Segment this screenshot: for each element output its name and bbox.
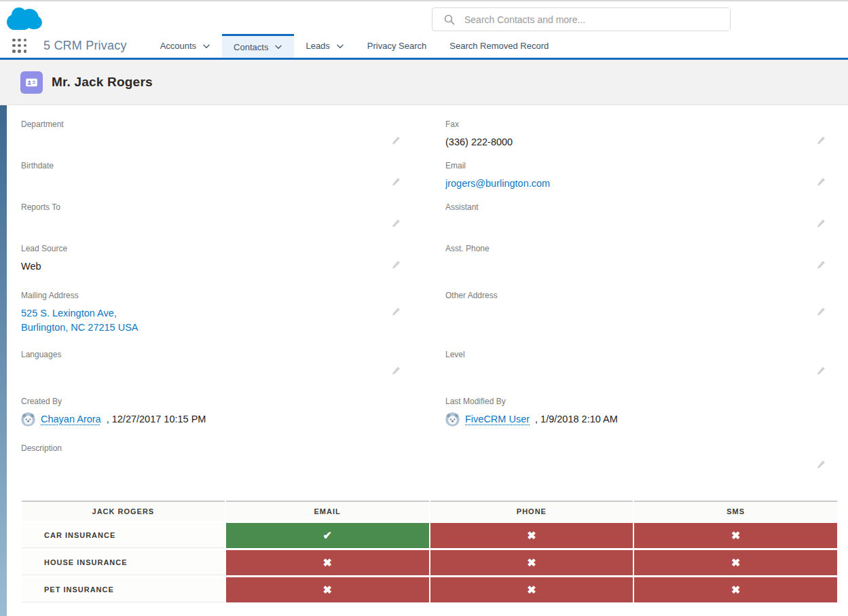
consent-table: JACK ROGERS EMAIL PHONE SMS CAR INSURANC… (22, 501, 837, 602)
consent-cell-pet-email[interactable]: ✖ (226, 577, 429, 602)
consent-cell-car-phone[interactable]: ✖ (430, 523, 633, 548)
edit-icon[interactable] (391, 177, 401, 187)
search-icon (444, 14, 455, 25)
field-description: Description (21, 443, 835, 501)
consent-header-sms: SMS (634, 501, 837, 521)
consent-cell-car-email[interactable]: ✔ (226, 523, 429, 548)
modified-datetime: , 1/9/2018 2:10 AM (535, 412, 618, 427)
edit-icon[interactable] (391, 366, 401, 376)
email-link[interactable]: jrogers@burlington.com (445, 178, 550, 189)
field-email: Email jrogers@burlington.com (445, 161, 835, 202)
global-search[interactable] (432, 7, 731, 31)
field-last-modified-by: Last Modified By FiveCRM User , 1/9/2018… (445, 397, 835, 443)
consent-cell-house-phone[interactable]: ✖ (430, 550, 633, 575)
tab-accounts[interactable]: Accounts (149, 34, 222, 58)
detail-column-right: Fax (336) 222-8000 Email jrogers@burling… (445, 105, 835, 443)
app-name[interactable]: 5 CRM Privacy (43, 39, 127, 53)
consent-row-label-pet-insurance: PET INSURANCE (22, 577, 225, 602)
field-created-by: Created By Chayan Arora , 12/27/2017 10:… (21, 397, 410, 443)
edit-icon[interactable] (391, 260, 401, 270)
edit-icon[interactable] (816, 307, 826, 316)
last-modified-user-link[interactable]: FiveCRM User (465, 412, 530, 427)
field-fax: Fax (336) 222-8000 (445, 120, 835, 161)
edit-icon[interactable] (816, 177, 826, 187)
field-other-address: Other Address (445, 291, 835, 350)
search-input[interactable] (455, 8, 730, 31)
consent-row-label-house-insurance: HOUSE INSURANCE (22, 550, 225, 575)
mailing-address-link[interactable]: Burlington, NC 27215 USA (21, 321, 410, 335)
field-reports-to: Reports To (21, 202, 410, 244)
chevron-down-icon[interactable] (336, 42, 344, 50)
chevron-down-icon[interactable] (202, 42, 210, 50)
field-level: Level (445, 350, 835, 397)
tab-contacts[interactable]: Contacts (222, 34, 294, 58)
edit-icon[interactable] (391, 219, 401, 228)
consent-header-phone: PHONE (430, 501, 633, 521)
record-detail: Department Birthdate Reports To Lead Sou… (0, 105, 848, 616)
consent-cell-pet-phone[interactable]: ✖ (430, 577, 633, 602)
consent-header-email: EMAIL (226, 501, 429, 521)
consent-cell-house-sms[interactable]: ✖ (634, 550, 837, 575)
consent-cell-car-sms[interactable]: ✖ (634, 523, 837, 548)
global-header (0, 0, 848, 34)
avatar (21, 412, 35, 427)
detail-column-left: Department Birthdate Reports To Lead Sou… (21, 105, 410, 443)
page-background-strip (0, 105, 7, 616)
edit-icon[interactable] (816, 219, 826, 228)
contact-card-icon (20, 71, 43, 94)
avatar (445, 412, 460, 427)
app-navigation: 5 CRM Privacy Accounts Contacts Leads Pr… (0, 34, 848, 60)
chevron-down-icon[interactable] (274, 43, 282, 51)
consent-cell-house-email[interactable]: ✖ (226, 550, 429, 575)
tab-bar: Accounts Contacts Leads Privacy Search S… (149, 34, 561, 58)
edit-icon[interactable] (816, 260, 826, 270)
salesforce-contact-page: 5 CRM Privacy Accounts Contacts Leads Pr… (0, 0, 848, 616)
tab-search-removed-record[interactable]: Search Removed Record (438, 34, 560, 58)
field-department: Department (21, 120, 410, 161)
record-header: Mr. Jack Rogers (0, 60, 848, 105)
edit-icon[interactable] (391, 307, 401, 316)
consent-cell-pet-sms[interactable]: ✖ (634, 577, 837, 602)
tab-privacy-search[interactable]: Privacy Search (356, 34, 438, 58)
field-asst-phone: Asst. Phone (445, 244, 835, 291)
edit-icon[interactable] (816, 366, 826, 376)
created-by-user-link[interactable]: Chayan Arora (41, 412, 101, 427)
app-launcher-icon[interactable] (12, 39, 27, 54)
consent-row-label-car-insurance: CAR INSURANCE (22, 523, 225, 548)
field-birthdate: Birthdate (21, 161, 410, 202)
edit-icon[interactable] (816, 136, 826, 145)
edit-icon[interactable] (816, 460, 826, 469)
edit-icon[interactable] (391, 136, 401, 145)
record-title: Mr. Jack Rogers (52, 75, 153, 90)
mailing-address-link[interactable]: 525 S. Lexington Ave, (21, 306, 410, 321)
field-assistant: Assistant (445, 202, 835, 244)
field-mailing-address: Mailing Address 525 S. Lexington Ave, Bu… (21, 291, 410, 350)
field-lead-source: Lead Source Web (21, 244, 410, 291)
created-datetime: , 12/27/2017 10:15 PM (107, 412, 206, 427)
field-languages: Languages (21, 350, 410, 397)
consent-header-contact: JACK ROGERS (22, 501, 225, 521)
salesforce-logo-icon[interactable] (7, 5, 42, 31)
tab-leads[interactable]: Leads (294, 34, 355, 58)
